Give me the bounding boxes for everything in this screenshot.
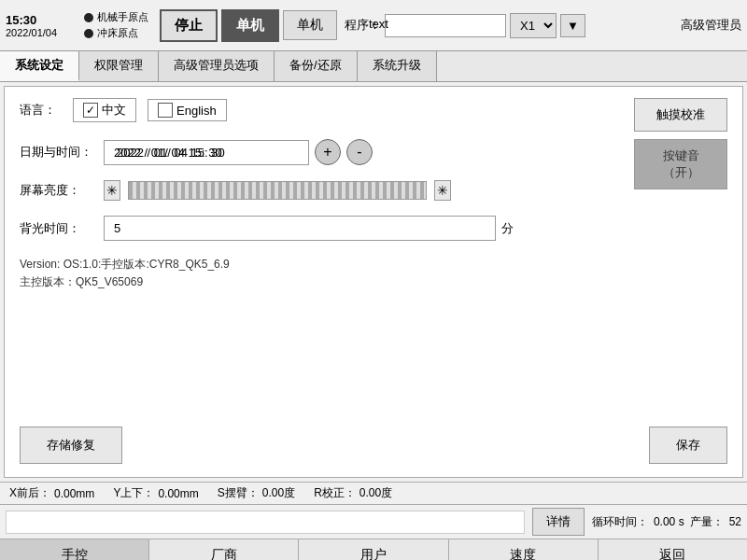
r-value: 0.00度 [359, 485, 392, 501]
main-content: 语言： ✓ 中文 English 触摸校准 按键音（开） 日期与时间： 2022… [4, 86, 743, 478]
lang-chinese-label: 中文 [102, 102, 126, 119]
time-date-area: 15:30 2022/01/04 [6, 13, 80, 38]
y-status: Y上下： 0.00mm [113, 485, 198, 501]
nav-speed-button[interactable]: 速度 [449, 539, 599, 560]
x-status: X前后： 0.00mm [9, 485, 94, 501]
backlight-input[interactable] [104, 216, 496, 241]
s-status: S摆臂： 0.00度 [218, 485, 295, 501]
s-value: 0.00度 [262, 485, 295, 501]
tab-bar: 系统设定 权限管理 高级管理员选项 备份/还原 系统升级 [0, 51, 747, 82]
lang-english-option[interactable]: English [148, 99, 227, 121]
date-input[interactable] [104, 140, 309, 165]
x-value: 0.00mm [54, 487, 94, 500]
program-label: 程序： [345, 17, 381, 34]
admin-label: 高级管理员 [681, 17, 741, 34]
cycle-info: 循环时间： 0.00 s 产量： 52 [592, 514, 741, 530]
nav-manual-button[interactable]: 手控 [0, 539, 149, 560]
backlight-label: 背光时间： [20, 220, 104, 237]
touch-calibrate-button[interactable]: 触摸校准 [634, 98, 727, 132]
tab-upgrade[interactable]: 系统升级 [358, 51, 437, 81]
brightness-label: 屏幕亮度： [20, 182, 104, 199]
version-info: Version: OS:1.0:手控版本:CYR8_QK5_6.9 主控版本：Q… [20, 256, 727, 291]
brightness-bar-container: ✳ ✳ [104, 180, 451, 201]
nav-back-button[interactable]: 返回 [599, 539, 747, 560]
sun-small-icon[interactable]: ✳ [104, 180, 120, 201]
date-plus-button[interactable]: + [315, 139, 341, 165]
version-line1: Version: OS:1.0:手控版本:CYR8_QK5_6.9 [20, 256, 727, 273]
bottom-nav: 手控 厂商 用户 速度 返回 [0, 539, 747, 560]
x1-dropdown[interactable]: X1 [510, 13, 557, 38]
nav-vendor-button[interactable]: 厂商 [149, 539, 299, 560]
top-bar: 15:30 2022/01/04 机械手原点 冲床原点 停止 单机 单机 程序：… [0, 0, 747, 51]
nav-user-button[interactable]: 用户 [299, 539, 448, 560]
checkbox-checked-icon: ✓ [83, 103, 98, 118]
brightness-slider[interactable] [128, 181, 427, 200]
origin2-row: 冲床原点 [84, 26, 148, 40]
sun-large-icon[interactable]: ✳ [434, 180, 451, 201]
tab-backup[interactable]: 备份/还原 [275, 51, 358, 81]
date-label: 日期与时间： [20, 144, 104, 161]
command-input[interactable] [6, 511, 525, 534]
stop-button[interactable]: 停止 [160, 9, 218, 42]
input-row: 详情 循环时间： 0.00 s 产量： 52 [0, 504, 747, 539]
tab-permission[interactable]: 权限管理 [79, 51, 159, 81]
dot2-icon [84, 29, 93, 38]
tab-advanced[interactable]: 高级管理员选项 [159, 51, 275, 81]
save-button[interactable]: 保存 [649, 427, 727, 464]
origin2-label: 冲床原点 [97, 26, 138, 40]
origin1-row: 机械手原点 [84, 10, 148, 24]
date-row: 日期与时间： 2022 / 01/ 04 15: 30 + - [20, 139, 727, 165]
detail-button[interactable]: 详情 [532, 508, 585, 536]
time-display: 15:30 [6, 13, 80, 27]
single-button[interactable]: 单机 [221, 9, 279, 42]
dot1-icon [84, 13, 93, 22]
y-value: 0.00mm [158, 487, 198, 500]
r-status: R校正： 0.00度 [314, 485, 392, 501]
cycle-value: 0.00 s [654, 515, 684, 528]
origin1-label: 机械手原点 [97, 10, 148, 24]
lang-label: 语言： [20, 102, 56, 119]
storage-repair-button[interactable]: 存储修复 [20, 427, 122, 464]
r-label: R校正： [314, 485, 356, 501]
brightness-row: 屏幕亮度： ✳ ✳ [20, 180, 727, 201]
program-input[interactable] [385, 14, 506, 37]
product-value: 52 [729, 515, 741, 528]
status-bar: X前后： 0.00mm Y上下： 0.00mm S摆臂： 0.00度 R校正： … [0, 482, 747, 504]
single2-button[interactable]: 单机 [283, 10, 337, 40]
lang-english-label: English [176, 104, 217, 118]
date-display: 2022/01/04 [6, 27, 80, 38]
main-bottom-buttons: 存储修复 保存 [20, 427, 727, 464]
backlight-row: 背光时间： 分 [20, 216, 727, 241]
s-label: S摆臂： [218, 485, 259, 501]
right-buttons: 触摸校准 按键音（开） [634, 98, 727, 189]
lang-chinese-option[interactable]: ✓ 中文 [73, 98, 136, 122]
checkbox-unchecked-icon [158, 103, 173, 118]
dropdown2[interactable]: ▼ [560, 14, 585, 37]
date-minus-button[interactable]: - [346, 139, 373, 165]
y-label: Y上下： [113, 485, 154, 501]
tab-system-setting[interactable]: 系统设定 [0, 51, 79, 81]
product-label: 产量： [690, 514, 724, 530]
version-line2: 主控版本：QK5_V65069 [20, 273, 727, 291]
language-row: 语言： ✓ 中文 English [20, 98, 727, 122]
x-label: X前后： [9, 485, 50, 501]
cycle-label: 循环时间： [592, 514, 648, 530]
key-beep-button[interactable]: 按键音（开） [634, 139, 727, 189]
backlight-unit: 分 [501, 220, 514, 237]
